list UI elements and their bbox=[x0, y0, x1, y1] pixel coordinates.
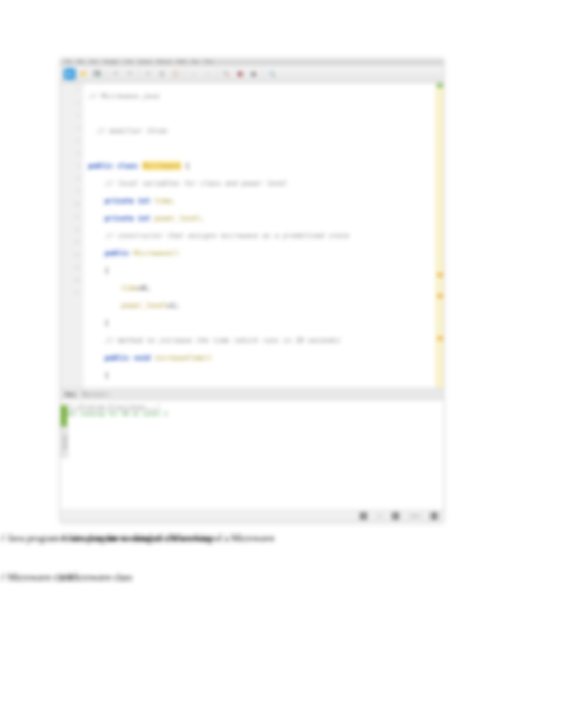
ide-window: File Edit View Navigate Code Analyze Ref… bbox=[60, 58, 444, 522]
panel-tabs: Run: Microwave × bbox=[61, 389, 443, 400]
menu-edit[interactable]: Edit bbox=[77, 59, 83, 64]
code-keyword: public bbox=[105, 249, 129, 257]
code-text: =0; bbox=[138, 284, 150, 292]
save-icon[interactable]: 💾 bbox=[91, 68, 103, 80]
status-notification-icon[interactable] bbox=[360, 512, 367, 520]
titlebar: File Edit View Navigate Code Analyze Ref… bbox=[61, 59, 443, 65]
code-comment: // modifier three bbox=[97, 127, 167, 135]
code-brace: } bbox=[88, 314, 431, 331]
status-lock-icon[interactable] bbox=[392, 512, 399, 520]
back-icon[interactable]: ← bbox=[188, 68, 200, 80]
toolbar-separator bbox=[106, 69, 107, 79]
toolbar-separator bbox=[184, 69, 185, 79]
document-text-line: // Java program to simulate the working … bbox=[0, 533, 214, 544]
statusbar: 1:1 CRLF bbox=[61, 510, 443, 521]
run-config-tab[interactable]: Microwave × bbox=[82, 391, 110, 397]
code-comment: // Microwave.java bbox=[88, 92, 158, 100]
toolbar-separator bbox=[263, 69, 263, 79]
run-panel: Run: Microwave × Structure "C:\Program F… bbox=[61, 388, 443, 510]
run-button-icon[interactable]: ▶ bbox=[64, 68, 76, 80]
code-keyword: private int bbox=[105, 214, 150, 222]
console-output-line: Set cooking for 60 at Level 2 bbox=[66, 410, 438, 417]
code-brace: { bbox=[181, 162, 190, 170]
code-blank bbox=[88, 140, 431, 157]
code-assign: time bbox=[121, 284, 138, 292]
menu-tools[interactable]: Tools bbox=[204, 59, 213, 64]
toolbar-separator bbox=[138, 69, 139, 79]
copy-icon[interactable]: ⧉ bbox=[156, 68, 167, 80]
run-tab-label[interactable]: Run: bbox=[65, 391, 77, 397]
forward-icon[interactable]: → bbox=[202, 68, 213, 80]
paste-icon[interactable]: 📋 bbox=[170, 68, 181, 80]
console-output[interactable]: "C:\Program Files\Java\..." Set cooking … bbox=[61, 400, 443, 510]
status-caret-position: 1:1 bbox=[377, 513, 383, 519]
menu-refactor[interactable]: Refactor bbox=[157, 59, 172, 64]
menu-navigate[interactable]: Navigate bbox=[104, 59, 119, 64]
undo-icon[interactable]: ↶ bbox=[110, 68, 121, 80]
code-field: time; bbox=[154, 197, 175, 205]
scrollbar-marker-warning-icon bbox=[437, 337, 443, 340]
toolbar: ▶ 📂 💾 ↶ ↷ ✂ ⧉ 📋 ← → 🔨 🐞 ◼ 🔍 bbox=[61, 65, 443, 83]
code-comment: // constructor that assigns microwave as… bbox=[88, 232, 349, 239]
code-comment: // local variables for class and power l… bbox=[88, 179, 287, 187]
console-cmd-line: "C:\Program Files\Java\..." bbox=[66, 403, 438, 410]
menu-run[interactable]: Run bbox=[192, 59, 199, 64]
debug-icon[interactable]: 🐞 bbox=[234, 68, 246, 80]
open-icon[interactable]: 📂 bbox=[78, 68, 89, 80]
editor-scrollbar[interactable] bbox=[436, 83, 443, 388]
code-keyword: private int bbox=[105, 197, 150, 205]
code-field: power_level; bbox=[154, 214, 204, 222]
code-editor[interactable]: // Microwave.java // modifier three publ… bbox=[83, 83, 436, 388]
scrollbar-marker-warning-icon bbox=[437, 294, 443, 298]
code-keyword: class bbox=[117, 162, 138, 170]
code-brace: { bbox=[88, 366, 431, 384]
toolbar-separator bbox=[217, 69, 217, 79]
code-comment: // method to increase the time (which ru… bbox=[88, 336, 340, 344]
scrollbar-marker-warning-icon bbox=[437, 273, 443, 277]
menu-view[interactable]: View bbox=[89, 59, 98, 64]
code-brace: { bbox=[88, 262, 431, 279]
redo-icon[interactable]: ↷ bbox=[124, 68, 135, 80]
structure-tool-window-tab[interactable]: Structure bbox=[61, 426, 68, 458]
code-blank bbox=[88, 105, 431, 122]
line-gutter: 1 2 3 4 5 6 7 8 9 10 11 12 13 14 15 16 1… bbox=[61, 83, 83, 388]
menu-code[interactable]: Code bbox=[124, 59, 133, 64]
stop-icon[interactable]: ◼ bbox=[248, 68, 259, 80]
menu-analyze[interactable]: Analyze bbox=[138, 59, 152, 64]
code-keyword: public bbox=[88, 162, 113, 170]
code-classname: Microwave bbox=[142, 161, 181, 170]
menu-build[interactable]: Build bbox=[177, 59, 186, 64]
cut-icon[interactable]: ✂ bbox=[142, 68, 154, 80]
code-assign: power_level bbox=[121, 301, 167, 309]
status-line-separator: CRLF bbox=[409, 513, 421, 519]
document-text-line: // Microwave class bbox=[0, 572, 72, 583]
code-keyword: public bbox=[105, 354, 129, 362]
build-icon[interactable]: 🔨 bbox=[220, 68, 232, 80]
menu-file[interactable]: File bbox=[65, 59, 71, 64]
code-constructor: Microwave() bbox=[134, 249, 179, 257]
editor-main: 1 2 3 4 5 6 7 8 9 10 11 12 13 14 15 16 1… bbox=[61, 83, 443, 388]
search-icon[interactable]: 🔍 bbox=[266, 68, 278, 80]
code-method: increaseTime() bbox=[154, 354, 212, 362]
code-keyword: void bbox=[134, 354, 150, 362]
scrollbar-marker-clean-icon bbox=[437, 84, 443, 87]
code-text: =1; bbox=[167, 301, 179, 309]
status-encoding-icon[interactable] bbox=[431, 512, 438, 520]
